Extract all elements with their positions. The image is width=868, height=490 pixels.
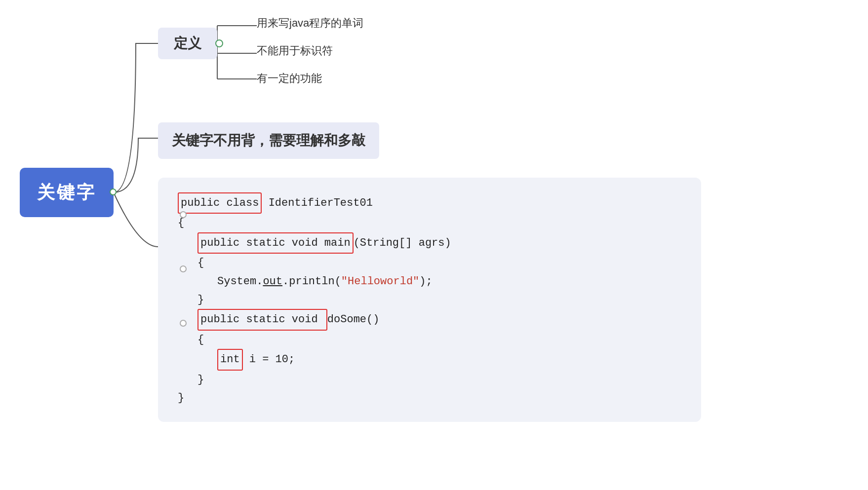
dosome-method-box: public static void xyxy=(197,309,327,330)
code-line-10: } xyxy=(197,371,681,389)
brace-close-2: } xyxy=(197,371,204,389)
memo-node: 关键字不用背，需要理解和多敲 xyxy=(158,122,379,159)
def-child-2-text: 不能用于标识符 xyxy=(257,43,333,58)
println-stmt: System.out.println("Helloworld"); xyxy=(217,272,433,291)
class-name: IdentifierTest01 xyxy=(262,194,372,212)
def-child-3: 有一定的功能 xyxy=(257,71,322,86)
code-line-8: { xyxy=(197,331,681,349)
main-method-box: public static void main xyxy=(197,232,354,254)
code-line-1: public class IdentifierTest01 xyxy=(178,192,681,214)
int-assignment: i = 10; xyxy=(243,350,295,369)
brace-close-1: } xyxy=(197,291,204,309)
keyword-label: 关键字 xyxy=(37,181,96,205)
code-line-4: { xyxy=(197,254,681,272)
brace-close-3: } xyxy=(178,389,184,407)
code-dot-2 xyxy=(180,265,187,272)
code-line-11: } xyxy=(178,389,681,407)
keyword-connector-dot xyxy=(110,188,117,195)
memo-label: 关键字不用背，需要理解和多敲 xyxy=(172,131,365,150)
definition-node: 定义 xyxy=(158,28,217,59)
brace-open-3: { xyxy=(197,331,204,349)
dosome-name: doSome() xyxy=(327,310,380,329)
definition-right-dot xyxy=(215,39,223,47)
code-box: public class IdentifierTest01 { public s… xyxy=(158,178,701,422)
def-child-1-text: 用来写java程序的单词 xyxy=(257,16,363,31)
brace-open-2: { xyxy=(197,254,204,272)
code-line-7: public static void doSome() xyxy=(197,309,681,330)
code-line-9: int i = 10; xyxy=(217,349,681,370)
code-line-3: public static void main (String[] agrs) xyxy=(197,232,681,254)
int-box: int xyxy=(217,349,243,370)
code-dot-3 xyxy=(180,320,187,327)
code-line-2: { xyxy=(178,214,681,232)
keyword-node: 关键字 xyxy=(20,168,114,217)
def-child-3-text: 有一定的功能 xyxy=(257,71,322,86)
def-child-1: 用来写java程序的单词 xyxy=(257,16,363,31)
code-line-6: } xyxy=(197,291,681,309)
code-line-5: System.out.println("Helloworld"); xyxy=(217,272,681,291)
public-class-box: public class xyxy=(178,192,262,214)
code-content: public class IdentifierTest01 { public s… xyxy=(178,192,681,407)
def-child-2: 不能用于标识符 xyxy=(257,43,333,58)
code-dot-1 xyxy=(180,211,187,218)
definition-label: 定义 xyxy=(174,34,201,53)
main-params: (String[] agrs) xyxy=(354,234,451,252)
